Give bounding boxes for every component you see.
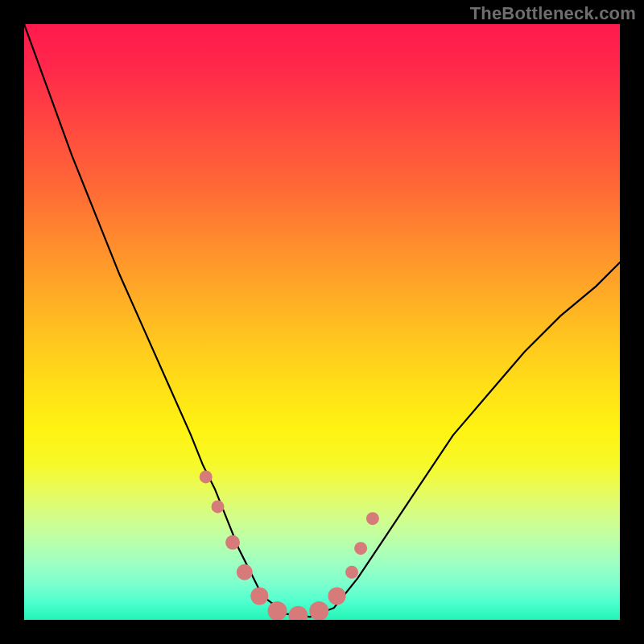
watermark-text: TheBottleneck.com [470, 3, 636, 24]
marker-dot [345, 566, 358, 579]
chart-svg [24, 24, 620, 620]
marker-dot [237, 564, 253, 580]
marker-dot [288, 606, 308, 620]
marker-dot [200, 470, 213, 483]
marker-dot [268, 601, 287, 620]
plot-area [24, 24, 620, 620]
marker-dot [366, 512, 379, 525]
curve-line [24, 24, 620, 617]
chart-frame: TheBottleneck.com [0, 0, 644, 644]
marker-dot [354, 542, 367, 555]
marker-dot [225, 535, 240, 550]
marker-dot [250, 587, 268, 605]
marker-dot [212, 500, 225, 513]
marker-dot [309, 601, 328, 620]
curve-markers [200, 470, 379, 620]
marker-dot [328, 587, 346, 605]
